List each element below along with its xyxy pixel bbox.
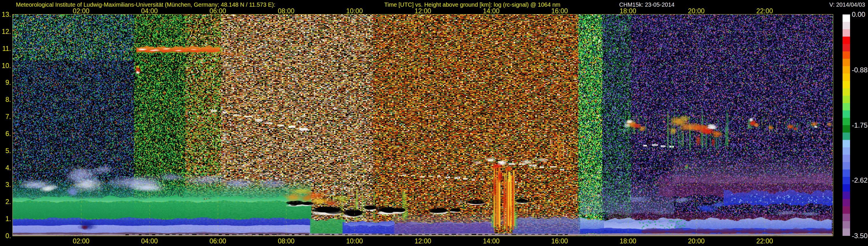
colorbar-tick-label: -1.75: [852, 121, 868, 129]
x-tick-label-top: 22:00: [756, 7, 773, 15]
y-tick-label: 3.: [0, 181, 11, 189]
x-tick-label-bottom: 02:00: [73, 237, 89, 245]
colorbar-tick-label: -0.88: [852, 66, 868, 74]
plot-title: Time [UTC] vs. Height above ground [km]:…: [384, 1, 560, 8]
x-tick-label-top: 04:00: [141, 7, 158, 15]
colorbar-tick-label: -2.62: [852, 176, 868, 184]
colorbar-canvas: [842, 14, 850, 236]
x-tick-label-bottom: 18:00: [619, 237, 636, 245]
x-tick-label-bottom: 16:00: [551, 237, 568, 245]
y-tick-label: 6.: [0, 130, 11, 137]
colorbar: [842, 14, 850, 236]
y-tick-label: 10.: [0, 62, 11, 69]
y-tick-label: 8.: [0, 96, 11, 103]
version-label: V: 2014/04/03: [829, 1, 865, 8]
y-tick-label: 4.: [0, 164, 11, 172]
heatmap-canvas: [13, 14, 833, 236]
x-tick-label-top: 18:00: [619, 7, 636, 15]
x-tick-label-bottom: 22:00: [756, 237, 773, 245]
x-tick-label-top: 08:00: [278, 7, 294, 15]
ceilometer-quicklook: Meteorological Institute of Ludwig-Maxim…: [0, 0, 868, 246]
x-tick-label-top: 12:00: [414, 7, 431, 15]
y-tick-label: 7.: [0, 113, 11, 121]
y-tick-label: 5.: [0, 147, 11, 155]
x-tick-label-bottom: 04:00: [141, 237, 158, 245]
x-tick-label-top: 06:00: [210, 7, 226, 15]
x-tick-label-bottom: 20:00: [688, 237, 705, 245]
colorbar-tick-label: -3.50: [852, 232, 868, 240]
colorbar-tick-label: 0.00: [852, 10, 865, 19]
x-tick-label-top: 16:00: [551, 7, 568, 15]
x-tick-label-top: 10:00: [346, 7, 363, 15]
y-tick-label: 12.: [0, 28, 11, 35]
x-tick-label-top: 02:00: [73, 7, 89, 15]
x-tick-label-bottom: 06:00: [210, 237, 226, 245]
x-tick-label-top: 14:00: [483, 7, 500, 15]
x-tick-label-bottom: 10:00: [346, 237, 363, 245]
y-tick-label: 2.: [0, 198, 11, 206]
x-tick-label-bottom: 12:00: [414, 237, 431, 245]
x-tick-label-top: 20:00: [688, 7, 705, 15]
y-tick-label: 13.: [0, 11, 11, 19]
y-tick-label: 11.: [0, 44, 11, 52]
x-tick-label-bottom: 08:00: [278, 237, 294, 245]
plot-area: [13, 14, 833, 236]
y-tick-label: 1.: [0, 215, 11, 223]
y-tick-label: 0.: [0, 232, 11, 240]
y-tick-label: 9.: [0, 79, 11, 87]
x-tick-label-bottom: 14:00: [483, 237, 500, 245]
